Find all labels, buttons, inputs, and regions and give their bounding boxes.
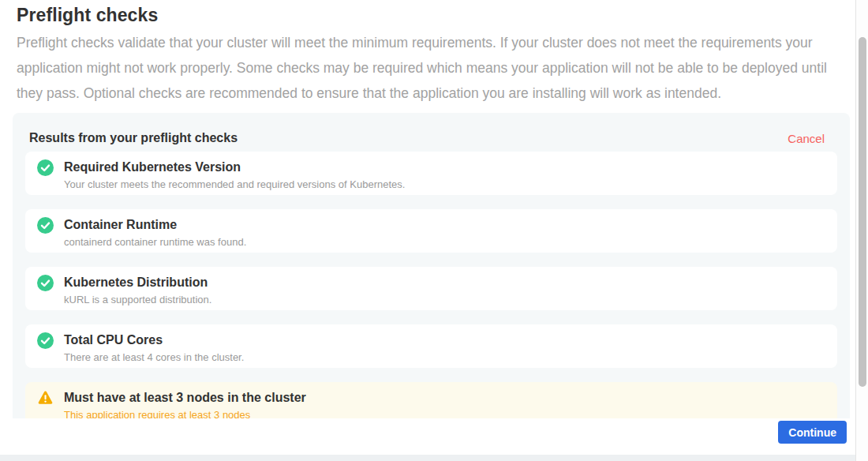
check-message: containerd container runtime was found. [64, 236, 246, 248]
check-text: Total CPU Cores There are at least 4 cor… [64, 332, 244, 363]
check-circle-icon [37, 275, 54, 291]
scrollbar-thumb[interactable] [859, 37, 866, 387]
preflight-check-row: Required Kubernetes Version Your cluster… [25, 152, 837, 195]
page-description: Preflight checks validate that your clus… [17, 30, 837, 106]
check-text: Kubernetes Distribution kURL is a suppor… [64, 274, 211, 305]
check-message: Your cluster meets the recommended and r… [64, 178, 405, 190]
check-circle-icon [37, 332, 54, 349]
panel-heading: Results from your preflight checks [29, 131, 238, 145]
check-text: Required Kubernetes Version Your cluster… [64, 159, 405, 190]
check-text: Container Runtime containerd container r… [64, 216, 246, 248]
preflight-results-panel: Results from your preflight checks Cance… [13, 113, 850, 461]
check-circle-icon [37, 159, 54, 176]
footer-bar: Continue [0, 418, 856, 455]
check-title: Required Kubernetes Version [64, 159, 405, 175]
check-text: Must have at least 3 nodes in the cluste… [64, 389, 306, 421]
check-title: Kubernetes Distribution [64, 274, 211, 290]
cancel-button[interactable]: Cancel [788, 132, 825, 145]
check-title: Total CPU Cores [64, 332, 244, 348]
bottom-strip [0, 455, 856, 461]
preflight-check-row: Kubernetes Distribution kURL is a suppor… [25, 267, 837, 310]
check-message: There are at least 4 cores in the cluste… [64, 351, 244, 363]
check-message: kURL is a supported distribution. [64, 294, 211, 305]
scrollbar-track[interactable] [855, 0, 868, 461]
warning-triangle-icon [37, 390, 54, 407]
check-circle-icon [37, 217, 54, 234]
check-title: Must have at least 3 nodes in the cluste… [64, 389, 306, 406]
preflight-checks-page: Preflight checks Preflight checks valida… [0, 0, 868, 461]
panel-header: Results from your preflight checks Cance… [13, 113, 850, 152]
preflight-check-list: Required Kubernetes Version Your cluster… [13, 152, 850, 425]
check-title: Container Runtime [64, 216, 246, 233]
page-title: Preflight checks [17, 5, 158, 26]
preflight-check-row: Total CPU Cores There are at least 4 cor… [25, 324, 837, 368]
continue-button[interactable]: Continue [778, 421, 847, 444]
preflight-check-row: Container Runtime containerd container r… [25, 209, 837, 253]
